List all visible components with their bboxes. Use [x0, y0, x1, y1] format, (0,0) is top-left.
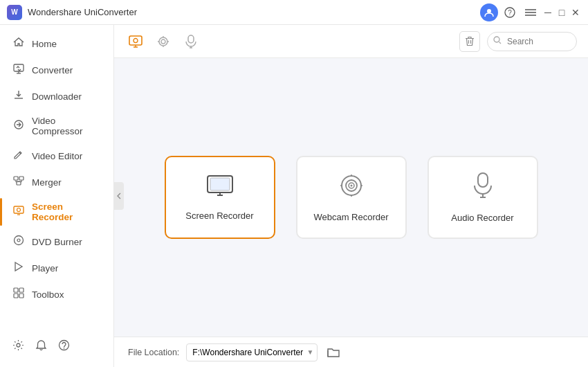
sidebar-label-dvd-burner: DVD Burner [32, 237, 82, 247]
svg-point-20 [17, 343, 20, 347]
screen-recorder-card[interactable]: Screen Recorder [165, 156, 275, 239]
screen-recorder-card-label: Screen Recorder [185, 211, 253, 221]
sidebar-label-video-editor: Video Editor [32, 151, 82, 161]
user-icon[interactable] [480, 3, 498, 21]
content-area: Screen Recorder Webcam Recorder [114, 25, 588, 367]
tab-screen-record[interactable] [125, 31, 146, 52]
tab-webcam-record[interactable] [153, 31, 174, 52]
sidebar-item-video-editor[interactable]: Video Editor [0, 143, 113, 169]
folder-open-button[interactable] [324, 343, 342, 361]
svg-point-26 [161, 39, 165, 44]
compressor-icon [12, 119, 25, 133]
sidebar-label-converter: Converter [32, 65, 73, 75]
svg-point-12 [17, 208, 21, 212]
svg-text:?: ? [508, 9, 512, 17]
svg-rect-19 [19, 294, 24, 298]
close-button[interactable]: ✕ [570, 7, 581, 18]
file-location-select[interactable]: F:\Wondershare UniConverter [186, 343, 318, 361]
svg-point-25 [159, 37, 167, 46]
svg-rect-16 [14, 288, 18, 292]
sidebar-item-toolbox[interactable]: Toolbox [0, 281, 113, 307]
svg-point-14 [17, 239, 20, 242]
sidebar-item-player[interactable]: Player [0, 255, 113, 281]
sidebar-item-video-compressor[interactable]: Video Compressor [0, 109, 113, 143]
sidebar-item-converter[interactable]: Converter [0, 57, 113, 83]
recorder-cards: Screen Recorder Webcam Recorder [165, 156, 538, 239]
svg-marker-15 [15, 262, 22, 271]
settings-icon[interactable] [12, 339, 24, 355]
title-bar-controls: ? ─ □ ✕ [480, 3, 581, 21]
sidebar: Home Converter Downloader Video Compress… [0, 25, 114, 367]
player-icon [12, 261, 25, 275]
feedback-icon[interactable] [58, 339, 70, 355]
menu-button[interactable] [522, 3, 540, 21]
app-logo: W [7, 5, 22, 20]
webcam-recorder-card[interactable]: Webcam Recorder [296, 156, 407, 239]
svg-rect-27 [188, 35, 194, 43]
app-title: Wondershare UniConverter [28, 7, 480, 17]
content-topbar [114, 25, 588, 58]
help-button[interactable]: ? [501, 3, 519, 21]
svg-rect-17 [19, 288, 24, 292]
sidebar-label-toolbox: Toolbox [32, 289, 64, 300]
home-icon [12, 37, 25, 51]
svg-rect-23 [129, 36, 142, 45]
notification-icon[interactable] [35, 339, 47, 355]
sidebar-item-home[interactable]: Home [0, 30, 113, 57]
sidebar-label-home: Home [32, 39, 57, 49]
maximize-button[interactable]: □ [556, 7, 567, 18]
sidebar-label-video-compressor: Video Compressor [32, 116, 101, 136]
screen-recorder-card-icon [206, 174, 234, 202]
svg-point-0 [487, 9, 491, 13]
sidebar-item-downloader[interactable]: Downloader [0, 83, 113, 109]
toolbox-icon [12, 287, 25, 301]
file-location-label: File Location: [128, 348, 179, 357]
screen-recorder-icon [12, 205, 25, 219]
webcam-recorder-card-icon [339, 173, 364, 204]
svg-point-13 [15, 236, 24, 245]
content-bottombar: File Location: F:\Wondershare UniConvert… [114, 337, 588, 367]
converter-icon [12, 63, 25, 77]
svg-rect-8 [14, 177, 18, 180]
search-wrapper [487, 32, 577, 51]
sidebar-label-screen-recorder: Screen Recorder [32, 202, 101, 222]
recorder-area: Screen Recorder Webcam Recorder [114, 58, 588, 337]
tab-audio-record[interactable] [181, 31, 201, 52]
downloader-icon [12, 89, 25, 103]
file-location-wrapper: F:\Wondershare UniConverter ▼ [186, 343, 318, 361]
sidebar-item-screen-recorder[interactable]: Screen Recorder [0, 195, 113, 229]
minimize-button[interactable]: ─ [542, 7, 553, 18]
editor-icon [12, 149, 25, 163]
audio-recorder-card-label: Audio Recorder [451, 213, 513, 223]
sidebar-item-merger[interactable]: Merger [0, 169, 113, 195]
trash-button[interactable] [459, 31, 480, 52]
sidebar-bottom [0, 332, 113, 361]
svg-rect-30 [210, 178, 230, 190]
collapse-handle[interactable] [114, 182, 124, 210]
title-bar: W Wondershare UniConverter ? ─ □ ✕ [0, 0, 588, 25]
main-layout: Home Converter Downloader Video Compress… [0, 25, 588, 367]
svg-rect-18 [14, 294, 18, 298]
dvd-burner-icon [12, 235, 25, 249]
svg-rect-35 [478, 173, 488, 187]
search-input[interactable] [487, 32, 577, 51]
sidebar-item-dvd-burner[interactable]: DVD Burner [0, 229, 113, 255]
svg-point-24 [134, 38, 138, 42]
audio-recorder-card[interactable]: Audio Recorder [428, 156, 538, 239]
svg-rect-9 [19, 177, 24, 180]
sidebar-label-merger: Merger [32, 177, 62, 188]
svg-point-34 [350, 184, 352, 186]
audio-recorder-card-icon [472, 172, 493, 204]
sidebar-label-player: Player [32, 263, 58, 274]
sidebar-label-downloader: Downloader [32, 91, 82, 102]
webcam-recorder-card-label: Webcam Recorder [313, 212, 388, 222]
svg-rect-11 [14, 206, 24, 213]
svg-point-22 [64, 348, 65, 349]
merger-icon [12, 175, 25, 189]
